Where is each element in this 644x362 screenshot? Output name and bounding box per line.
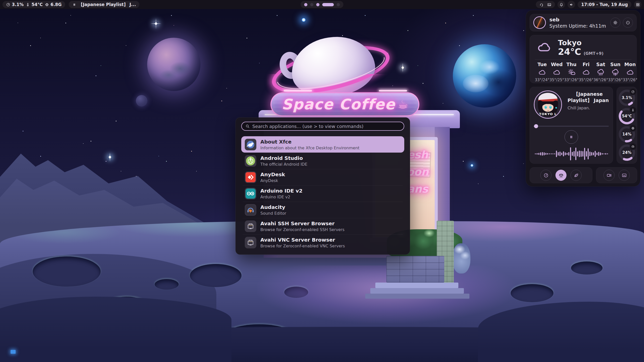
launcher-result-row[interactable]: Android Studio The official Android IDE xyxy=(241,153,404,169)
app-title: AnyDesk xyxy=(260,171,285,177)
cloud-icon xyxy=(553,68,561,77)
app-launcher: About Xfce Information about the Xfce De… xyxy=(235,117,410,255)
cafe-flower-bush xyxy=(452,243,470,274)
forecast-day: Tue 33°/24° xyxy=(535,62,549,82)
gear-icon xyxy=(613,20,618,25)
power-saver-button[interactable] xyxy=(571,170,582,181)
rain-icon xyxy=(597,68,605,77)
sign-neon-tube xyxy=(284,90,312,92)
forecast-day-label: Sun xyxy=(610,62,621,67)
weather-timezone: (GMT+9) xyxy=(584,51,603,56)
forecast-day: Thu 33°/26° xyxy=(564,62,579,82)
launcher-result-row[interactable]: Arduino IDE v2 Arduino IDE v2 xyxy=(241,185,404,202)
workspace-dot-occupied[interactable] xyxy=(316,3,319,6)
performance-button[interactable] xyxy=(540,170,551,181)
picture-icon[interactable] xyxy=(547,3,551,7)
app-subtitle: Arduino IDE v2 xyxy=(260,195,302,199)
seek-knob[interactable] xyxy=(534,124,538,128)
clock-pill[interactable]: 17:09 - Tue, 19 Aug xyxy=(578,1,631,8)
launcher-result-row[interactable]: Avahi SSH Server Browser Browse for Zero… xyxy=(241,218,404,234)
temp-value: 54°C xyxy=(31,2,43,7)
cafe-step xyxy=(375,283,458,288)
system-stats-pill: 3.1% 54°C 6.8G xyxy=(3,1,65,8)
search-bar[interactable] xyxy=(241,122,404,131)
app-title: About Xfce xyxy=(260,139,359,145)
search-input[interactable] xyxy=(252,124,400,129)
cloud-icon xyxy=(535,40,553,56)
app-title: Arduino IDE v2 xyxy=(260,188,302,194)
workspace-dot-empty[interactable] xyxy=(337,3,340,6)
album-art: TOKYO L xyxy=(534,90,562,119)
headset-icon[interactable] xyxy=(539,3,544,7)
audacity-icon xyxy=(245,204,256,216)
bell-icon xyxy=(559,3,564,7)
anydesk-icon xyxy=(245,171,256,183)
sun-cloud-icon xyxy=(568,68,576,77)
workspace-dot-active[interactable] xyxy=(322,3,334,6)
screen-record-button[interactable] xyxy=(603,170,615,181)
launcher-result-row[interactable]: Avahi VNC Server Browser Browse for Zero… xyxy=(241,234,404,251)
launcher-result-row[interactable]: Audacity Sound Editor xyxy=(241,202,404,218)
network-icon xyxy=(245,237,256,248)
forecast-day-label: Sat xyxy=(596,62,605,67)
app-title: Audacity xyxy=(260,204,286,210)
workspace-dot-occupied[interactable] xyxy=(304,3,307,6)
desktop: esh oon ans Space Coffee ☕ xyxy=(0,0,644,362)
cloud-icon xyxy=(582,68,590,77)
app-title: Android Studio xyxy=(260,155,307,161)
app-subtitle: The official Android IDE xyxy=(260,162,307,167)
app-title: Avahi VNC Server Browser xyxy=(260,237,345,243)
power-profile-card xyxy=(530,167,592,183)
audio-waveform xyxy=(534,147,609,161)
space-coffee-sign: Space Coffee ☕ xyxy=(270,92,419,116)
cafe-brick-planter xyxy=(386,256,444,283)
app-subtitle: Information about the Xfce Desktop Envir… xyxy=(260,146,359,150)
thermometer-icon xyxy=(630,107,636,113)
app-subtitle: Sound Editor xyxy=(260,211,286,216)
system-gauges-card: 3.1% 54°C 14% 24% xyxy=(617,87,637,164)
notifications-button[interactable] xyxy=(557,1,565,8)
memory-value: 6.8G xyxy=(51,2,62,7)
app-subtitle: AnyDesk xyxy=(260,178,285,183)
storm-icon xyxy=(611,68,619,77)
launcher-result-row[interactable]: About Xfce Information about the Xfce De… xyxy=(241,136,404,153)
forecast-day: Sun 33°/26° xyxy=(608,62,623,82)
pause-icon xyxy=(569,134,574,140)
forecast-temps: 36°/26° xyxy=(593,78,608,82)
weather-temperature: 24°C xyxy=(558,47,581,57)
seek-slider[interactable] xyxy=(534,124,609,128)
app-grid-button[interactable] xyxy=(634,1,641,8)
volume-button[interactable] xyxy=(568,1,575,8)
sign-text: Space Coffee xyxy=(281,96,395,113)
search-results-list: About Xfce Information about the Xfce De… xyxy=(241,136,404,251)
cloud-icon xyxy=(538,68,546,77)
now-playing-pill[interactable]: 【Japanese Playlist】 J... xyxy=(69,1,139,8)
forecast-day-label: Wed xyxy=(551,62,563,67)
arduino-icon xyxy=(245,188,256,199)
launcher-result-row[interactable]: AnyDesk AnyDesk xyxy=(241,169,404,185)
search-icon xyxy=(245,124,250,128)
forecast-temps: 33°/26° xyxy=(564,78,579,82)
system-tray xyxy=(536,1,555,8)
android-studio-icon xyxy=(245,155,256,167)
settings-button[interactable] xyxy=(610,18,620,28)
forecast-day: Wed 35°/25° xyxy=(549,62,564,82)
app-subtitle: Browse for Zeroconf-enabled SSH Servers xyxy=(260,227,344,232)
cpu-value: 3.1% xyxy=(12,2,24,7)
album-caption: TOKYO L xyxy=(535,112,561,116)
forecast-temps: 33°/26° xyxy=(623,78,637,82)
balanced-button[interactable] xyxy=(555,170,567,181)
gauge-icon xyxy=(630,88,636,95)
play-pause-button[interactable] xyxy=(565,130,578,144)
disk-icon xyxy=(630,143,636,150)
screenshot-button[interactable] xyxy=(619,170,630,181)
cafe-step xyxy=(365,294,469,299)
top-panel: 3.1% 54°C 6.8G 【Japanese Playlist】 J... xyxy=(0,0,644,9)
power-button[interactable] xyxy=(623,18,633,28)
workspace-dot-empty[interactable] xyxy=(310,3,313,6)
weather-forecast: Tue 33°/24° Wed 35°/25° Thu 33°/26° Fri … xyxy=(535,62,631,82)
forecast-temps: 35°/26° xyxy=(579,78,593,82)
coffee-cup-icon: ☕ xyxy=(398,98,408,111)
user-card: seb System Uptime: 4h11m xyxy=(530,14,637,31)
grid-icon xyxy=(636,3,640,7)
